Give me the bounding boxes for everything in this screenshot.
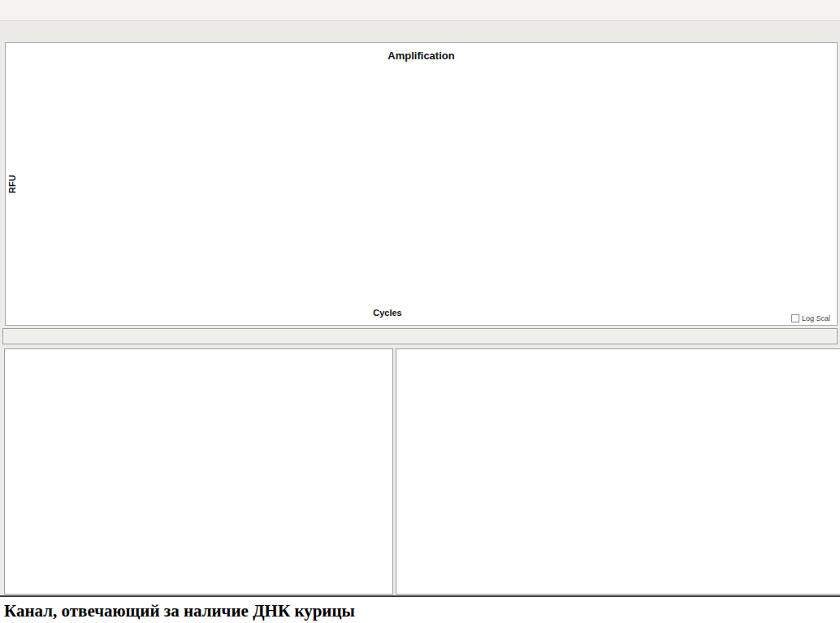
log-scale-checkbox[interactable]: [791, 314, 799, 322]
amplification-chart-panel: Amplification RFU Cycles Log Scal: [5, 42, 838, 326]
log-scale-label: Log Scal: [802, 314, 830, 322]
well-plate: [4, 348, 393, 595]
amplification-plot: [6, 43, 837, 305]
x-axis-label: Cycles: [6, 308, 769, 318]
fluorophore-bar: [2, 328, 838, 344]
log-scale-toggle[interactable]: Log Scal: [791, 314, 830, 322]
tab-bar: [0, 21, 840, 41]
caption-bar: Канал, отвечающий за наличие ДНК курицы: [0, 595, 840, 623]
results-table-panel: [396, 348, 840, 595]
menu-bar: [0, 0, 840, 21]
figure-caption: Канал, отвечающий за наличие ДНК курицы: [0, 601, 355, 621]
